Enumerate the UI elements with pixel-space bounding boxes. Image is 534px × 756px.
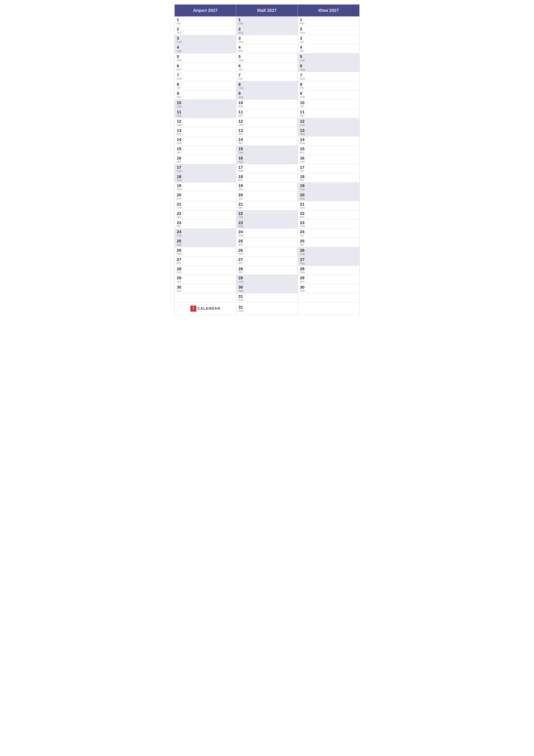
day-number: 21 — [238, 202, 295, 207]
day-number: 28 — [238, 267, 295, 272]
cell-month1-day11: 11НЕД — [175, 109, 236, 118]
day-number: 13 — [238, 128, 295, 133]
day-number: 17 — [238, 165, 295, 170]
day-name: ЧЕТ — [300, 105, 357, 108]
cell-month1-day24: 24СЪБ — [175, 229, 236, 238]
day-number: 22 — [177, 211, 234, 216]
may-31-cell: 31ПОН — [236, 303, 298, 315]
day-number: 6 — [177, 64, 234, 68]
day-row-7: 7СРЯ7ПЕТ7ПОН — [175, 72, 359, 81]
cell-month1-day25: 25НЕД — [175, 238, 236, 247]
day-number: 11 — [300, 110, 357, 115]
day-name: ПОН — [238, 310, 295, 312]
cell-month1-day3: 3СЪБ — [175, 35, 236, 44]
day-number: 9 — [238, 91, 295, 96]
day-row-14: 14СРЯ14ПЕТ14ПОН — [175, 136, 359, 146]
day-number: 12 — [300, 119, 357, 124]
day-row-5: 5ПОН5СРЯ5СЪБ — [175, 53, 359, 63]
cell-month3-day16: 16СРЯ — [298, 155, 359, 164]
day-row-31: 31ПОН — [175, 293, 359, 303]
cell-month1-day5: 5ПОН — [175, 53, 236, 63]
day-name: ЧЕТ — [300, 170, 357, 173]
cell-month3-day14: 14ПОН — [298, 136, 359, 146]
day-name: СЪБ — [177, 170, 234, 173]
cell-month1-day15: 15ЧЕТ — [175, 146, 236, 155]
day-number: 14 — [238, 137, 295, 142]
cell-month2-day23: 23НЕД — [236, 220, 298, 229]
cell-month3-day24: 24ЧЕТ — [298, 229, 359, 238]
cell-month1-day13: 13ВТО — [175, 127, 236, 136]
day-number: 13 — [177, 128, 234, 133]
cell-month2-day28: 28ПЕТ — [236, 266, 298, 275]
day-name: ВТО — [177, 133, 234, 135]
day-number: 8 — [177, 82, 234, 87]
day-name: ПЕТ — [300, 179, 357, 181]
day-name: ПЕТ — [238, 271, 295, 274]
cell-month1-day1: 1ЧЕТ — [175, 16, 236, 26]
cell-month3-day18: 18ПЕТ — [298, 174, 359, 182]
day-row-27: 27ВТО27ЧЕТ27НЕД — [175, 256, 359, 266]
cell-month2-day6: 6ЧЕТ — [236, 63, 298, 72]
cell-month3-day13: 13НЕД — [298, 127, 359, 136]
day-number: 9 — [300, 91, 357, 96]
day-name: НЕД — [300, 198, 357, 200]
day-name: СЪБ — [177, 234, 234, 237]
day-name: ПЕТ — [300, 115, 357, 117]
day-number: 3 — [238, 36, 295, 41]
day-row-16: 16ПЕТ16НЕД16СРЯ — [175, 155, 359, 164]
day-number: 21 — [177, 202, 234, 207]
day-name: СЪБ — [238, 87, 295, 89]
day-number: 27 — [177, 257, 234, 262]
day-number: 26 — [177, 248, 234, 253]
day-name: ПЕТ — [177, 96, 234, 98]
day-number: 29 — [238, 276, 295, 281]
day-name: ПЕТ — [300, 244, 357, 246]
cell-month1-day31 — [175, 293, 236, 302]
logo-cell: 7CALENDAR — [175, 303, 236, 315]
cell-month1-day14: 14СРЯ — [175, 136, 236, 146]
day-name: СЪБ — [177, 41, 234, 43]
day-number: 25 — [238, 239, 295, 244]
day-name: ЧЕТ — [177, 87, 234, 89]
day-row-25: 25НЕД25ВТО25ПЕТ — [175, 238, 359, 247]
day-name: СЪБ — [177, 105, 234, 108]
day-row-20: 20ВТО20ЧЕТ20НЕД — [175, 192, 359, 201]
day-name: ПОН — [238, 234, 295, 237]
cell-month3-day28: 28ПОН — [298, 266, 359, 275]
day-number: 23 — [238, 221, 295, 226]
cell-month3-day23: 23СРЯ — [298, 220, 359, 229]
cell-month2-day17: 17ПОН — [236, 164, 298, 173]
day-row-19: 19ПОН19СРЯ19СЪБ — [175, 182, 359, 192]
day-number: 13 — [300, 128, 357, 133]
day-name: НЕД — [238, 32, 295, 34]
day-number: 2 — [177, 27, 234, 32]
cell-month3-day19: 19СЪБ — [298, 182, 359, 192]
day-name: ВТО — [238, 244, 295, 246]
day-name: НЕД — [300, 262, 357, 265]
day-name: ПЕТ — [238, 142, 295, 145]
empty-cell — [298, 303, 359, 315]
cell-month1-day22: 22ЧЕТ — [175, 210, 236, 219]
cell-month3-day3: 3ЧЕТ — [298, 35, 359, 44]
cell-month1-day9: 9ПЕТ — [175, 90, 236, 99]
calendar-logo-icon: 7 — [191, 306, 196, 311]
day-name: ВТО — [177, 198, 234, 200]
day-name: СРЯ — [300, 32, 357, 34]
cell-month2-day10: 10ПОН — [236, 99, 298, 109]
cell-month3-day6: 6НЕД — [298, 63, 359, 72]
cell-month1-day18: 18НЕД — [175, 174, 236, 182]
day-number: 16 — [177, 156, 234, 161]
day-number: 4 — [300, 45, 357, 50]
month-header-2: Юни 2027 — [298, 5, 359, 16]
day-number: 22 — [238, 211, 295, 216]
day-name: СРЯ — [238, 124, 295, 126]
day-name: ПОН — [300, 207, 357, 209]
day-name: ВТО — [300, 151, 357, 154]
cell-month1-day16: 16ПЕТ — [175, 155, 236, 164]
cell-month3-day11: 11ПЕТ — [298, 109, 359, 118]
day-name: ЧЕТ — [238, 262, 295, 265]
day-name: НЕД — [238, 225, 295, 228]
day-name: ПОН — [300, 78, 357, 80]
day-number: 15 — [177, 147, 234, 151]
day-row-1: 1ЧЕТ1СЪБ1ВТО — [175, 16, 359, 26]
